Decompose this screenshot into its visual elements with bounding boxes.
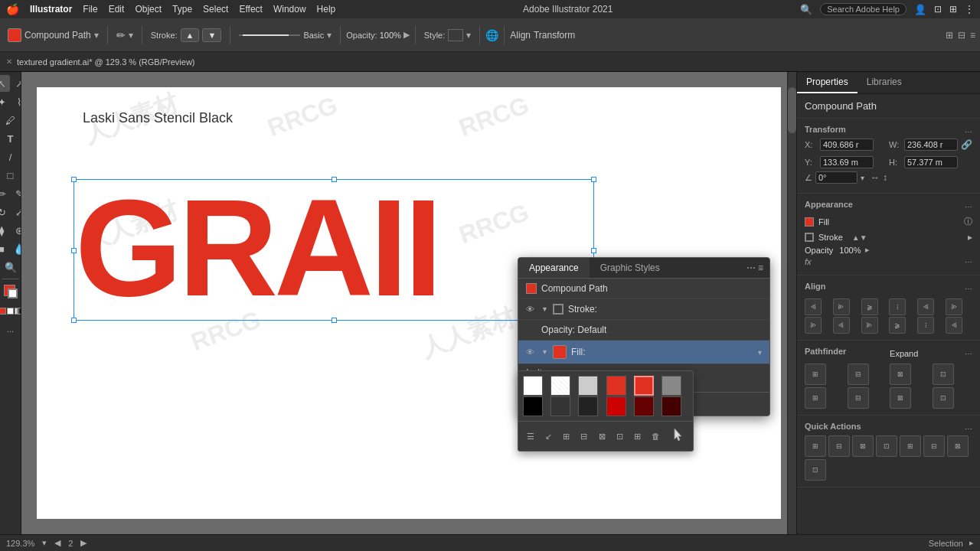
paintbrush-tool[interactable]: ✏ [0, 185, 10, 202]
h-input[interactable] [904, 156, 958, 168]
fx-more[interactable]: ⋯ [965, 258, 972, 266]
qa-btn-8[interactable]: ⊡ [805, 459, 826, 481]
pen-tool[interactable]: 🖊 [2, 112, 19, 129]
pf-merge[interactable]: ⊠ [890, 387, 911, 409]
tab-close-btn[interactable]: ✕ [6, 57, 12, 66]
sw-new-btn[interactable]: ☰ [523, 429, 537, 444]
menu-object[interactable]: Object [135, 4, 162, 15]
tab-label[interactable]: textured gradient.ai* @ 129.3 % (RGB/Pre… [17, 57, 195, 67]
transform-more[interactable]: ⋯ [965, 128, 972, 136]
swatch-dark-gray[interactable] [550, 396, 570, 416]
link-icon[interactable]: 🔗 [961, 139, 972, 150]
sw-del-btn[interactable]: 🗑 [648, 429, 663, 444]
sw-icon6[interactable]: ⊞ [630, 429, 645, 444]
align-right[interactable]: ⫺ [861, 298, 878, 315]
sw-icon4[interactable]: ⊠ [595, 429, 609, 444]
pf-divide[interactable]: ⊞ [805, 387, 826, 409]
ap-stroke-arrow[interactable]: ▼ [541, 305, 548, 313]
toolbar-more-icon[interactable]: ≡ [970, 30, 975, 41]
swatch-red[interactable] [606, 376, 626, 396]
swatch-mid-gray[interactable] [662, 376, 681, 396]
window-icon[interactable]: ⊡ [934, 4, 942, 15]
handle-mr[interactable] [591, 248, 596, 253]
zoom-dropdown[interactable]: ▾ [42, 538, 47, 548]
blend-tool[interactable]: ⧫ [0, 222, 10, 239]
swatch-dark-red[interactable] [606, 396, 626, 416]
swatch-darkest-red[interactable] [662, 396, 681, 416]
w-input[interactable] [904, 139, 958, 151]
pf-crop[interactable]: ⊡ [933, 387, 954, 409]
profile-icon[interactable]: 👤 [914, 4, 926, 15]
scrollbar-thumb-v[interactable] [788, 87, 796, 133]
swatch-checker[interactable] [550, 376, 570, 396]
menu-help[interactable]: Help [317, 4, 336, 15]
stroke-appear-arrow[interactable]: ▲▼ [852, 233, 867, 242]
stroke-down-btn[interactable]: ▼ [202, 28, 221, 42]
appearance-more[interactable]: ⋯ [965, 203, 972, 211]
direct-selection-tool[interactable]: ↗ [11, 75, 21, 92]
ap-stroke-eye[interactable]: 👁 [526, 305, 537, 314]
swatch-darker-red[interactable] [634, 396, 654, 416]
canvas-scrollbar-v[interactable] [787, 72, 796, 534]
pf-unite[interactable]: ⊞ [805, 364, 826, 385]
flip-h-icon[interactable]: ↔ [871, 172, 880, 183]
grid-icon[interactable]: ⊞ [946, 30, 953, 41]
zoom-tool[interactable]: 🔍 [2, 259, 19, 276]
grid-view-icon[interactable]: ⊞ [949, 4, 957, 15]
ap-stroke-row[interactable]: 👁 ▼ Stroke: [518, 299, 769, 320]
fill-appear-info[interactable]: ⓘ [964, 216, 972, 227]
canvas-area[interactable]: 人人素材 RRCG RRCG 人人素材 RRCG RRCG 人人素材 Laski… [21, 72, 796, 534]
style-preview[interactable] [448, 29, 463, 41]
object-type-dropdown[interactable]: ▾ [94, 30, 99, 41]
menu-type[interactable]: Type [172, 4, 192, 15]
rect-tool[interactable]: □ [2, 167, 19, 184]
stroke-swatch-appear[interactable] [805, 233, 814, 242]
magic-wand-tool[interactable]: ✦ [0, 93, 10, 110]
ap-fill-dropdown[interactable]: ▾ [758, 348, 762, 357]
menu-file[interactable]: File [83, 4, 97, 15]
more-icon[interactable]: ⋮ [965, 4, 974, 15]
fill-mode-none[interactable] [7, 308, 14, 315]
qa-btn-6[interactable]: ⊟ [923, 435, 945, 457]
angle-dropdown[interactable]: ▾ [861, 174, 864, 182]
menu-select[interactable]: Select [203, 4, 228, 15]
tab-libraries[interactable]: Libraries [858, 72, 911, 93]
qa-btn-4[interactable]: ⊡ [876, 435, 897, 457]
align-top[interactable]: ⫶ [889, 298, 906, 315]
align-left[interactable]: ⫷ [805, 298, 822, 315]
swatch-red-selected[interactable] [634, 376, 654, 396]
fill-stroke-swatches[interactable] [2, 283, 19, 300]
pathfinder-more[interactable]: ⋯ [965, 350, 972, 358]
pf-trim[interactable]: ⊟ [848, 387, 869, 409]
y-input[interactable] [820, 156, 874, 168]
pf-minus[interactable]: ⊟ [848, 364, 869, 385]
brush-icon[interactable]: ✏ [116, 29, 126, 41]
type-tool[interactable]: T [2, 130, 19, 147]
swatch-darker-gray[interactable] [578, 396, 598, 416]
page-prev-btn[interactable]: ◀ [54, 538, 60, 548]
pathfinder-expand[interactable]: Expand [890, 349, 918, 358]
align-center-h[interactable]: ⫸ [833, 298, 850, 315]
qa-btn-7[interactable]: ⊠ [947, 435, 969, 457]
opacity-appear-expand[interactable]: ▸ [865, 245, 870, 255]
qa-btn-1[interactable]: ⊞ [805, 435, 826, 457]
distrib-bottom[interactable]: ⫷ [946, 317, 962, 334]
x-input[interactable] [820, 139, 874, 151]
menu-edit[interactable]: Edit [109, 4, 125, 15]
stroke-line-preview[interactable] [239, 34, 300, 36]
stroke-swatch-tool[interactable] [8, 289, 18, 298]
opacity-expand[interactable]: ▶ [403, 30, 410, 40]
ap-more-btn[interactable]: ⋯ ≡ [740, 258, 769, 278]
ap-fill-arrow[interactable]: ▼ [541, 348, 548, 356]
swatch-white[interactable] [523, 376, 543, 396]
apple-menu[interactable]: 🍎 [6, 3, 19, 15]
search-icon[interactable]: 🔍 [800, 4, 812, 15]
qa-btn-5[interactable]: ⊞ [900, 435, 921, 457]
stroke-up-btn[interactable]: ▲ [181, 28, 200, 42]
ap-stroke-swatch[interactable] [553, 304, 564, 315]
more-tools-btn[interactable]: … [2, 321, 19, 337]
style-dropdown[interactable]: ▾ [466, 30, 471, 41]
ap-tab-appearance[interactable]: Appearance [518, 258, 590, 278]
align-center-v[interactable]: ⫷ [917, 298, 934, 315]
arrange-icon[interactable]: ⊟ [958, 30, 965, 41]
